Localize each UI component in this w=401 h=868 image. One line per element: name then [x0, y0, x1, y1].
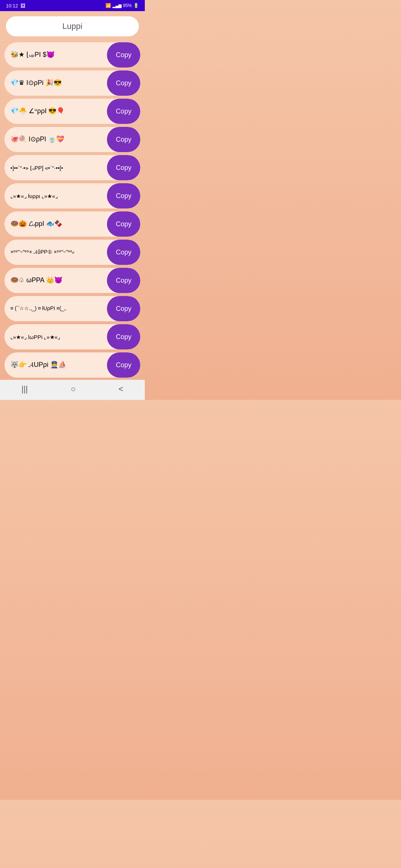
copy-button-10[interactable]: Copy: [107, 296, 140, 321]
name-text-3: 💎🐣 ∠ᵘρρI 😎🎈: [10, 103, 107, 119]
recent-apps-button[interactable]: |||: [22, 384, 28, 394]
list-item: ×ᵒᵒ"~"ᵒᵒ× 𝓐ůPP① ×ᵒᵒ"~"ᵒᵒ𝒸 Copy: [4, 240, 140, 265]
copy-button-3[interactable]: Copy: [107, 99, 140, 124]
list-item: 🍩♤ ωPPA 👑😈 Copy: [4, 268, 140, 293]
name-text-4: 🐙🍭 I⊙ρPI 🍵💝: [10, 131, 107, 148]
status-left: 10:12 🖼: [6, 3, 25, 9]
time-display: 10:12: [6, 3, 18, 9]
name-text-5: •]••´°·•» ⌊ᵤPP] «•´°·••[•: [10, 160, 107, 175]
back-icon: <: [118, 384, 123, 394]
copy-button-1[interactable]: Copy: [107, 42, 140, 68]
copy-button-12[interactable]: Copy: [107, 352, 140, 378]
back-button[interactable]: <: [118, 384, 123, 394]
name-text-9: 🍩♤ ωPPA 👑😈: [10, 272, 107, 289]
copy-button-9[interactable]: Copy: [107, 268, 140, 293]
copy-button-2[interactable]: Copy: [107, 70, 140, 96]
list-item: 🍩🎃 𝓛ᵤppI 🐟🍫 Copy: [4, 211, 140, 237]
copy-button-6[interactable]: Copy: [107, 183, 140, 208]
search-bar-container: Luppi: [0, 11, 145, 40]
list-item: 💎♛ I⊙ρPi 🎉😎 Copy: [4, 70, 140, 96]
list-item: ¤ (¯☆☆.,_) ¤ łUρPI ¤(_,. Copy: [4, 296, 140, 321]
name-list: 🐝★ ⌊ᵤₚPI $😈 Copy 💎♛ I⊙ρPi 🎉😎 Copy 💎🐣 ∠ᵘρ…: [0, 40, 145, 380]
name-text-8: ×ᵒᵒ"~"ᵒᵒ× 𝓐ůPP① ×ᵒᵒ"~"ᵒᵒ𝒸: [10, 245, 107, 260]
list-item: 💎🐣 ∠ᵘρρI 😎🎈 Copy: [4, 99, 140, 124]
list-item: 🐙🍭 I⊙ρPI 🍵💝 Copy: [4, 127, 140, 152]
name-text-12: 🐺👉 𝓐UPρi 👮⛵: [10, 356, 107, 373]
copy-button-5[interactable]: Copy: [107, 155, 140, 180]
list-item: ⌞»★«⌟ łυρρι ⌞»★«⌟ Copy: [4, 183, 140, 208]
name-text-10: ¤ (¯☆☆.,_) ¤ łUρPI ¤(_,.: [10, 301, 107, 316]
home-icon: ○: [71, 384, 76, 394]
name-text-11: ⌞»★«⌟ lωPPi ⌞»★«⌟: [10, 329, 107, 345]
wifi-icon: 📶: [105, 3, 111, 8]
status-right: 📶 ▂▄▆ 95% 🔋: [105, 3, 139, 8]
battery-icon: 🔋: [133, 3, 139, 8]
list-item: 🐺👉 𝓐UPρi 👮⛵ Copy: [4, 352, 140, 378]
name-text-6: ⌞»★«⌟ łυρρι ⌞»★«⌟: [10, 188, 107, 204]
search-bar[interactable]: Luppi: [6, 16, 139, 36]
copy-button-7[interactable]: Copy: [107, 211, 140, 237]
status-bar: 10:12 🖼 📶 ▂▄▆ 95% 🔋: [0, 0, 145, 11]
copy-button-11[interactable]: Copy: [107, 324, 140, 349]
signal-icon: ▂▄▆: [113, 3, 121, 8]
battery-label: 95%: [123, 3, 132, 8]
image-icon: 🖼: [20, 3, 25, 9]
name-text-1: 🐝★ ⌊ᵤₚPI $😈: [10, 46, 107, 63]
list-item: •]••´°·•» ⌊ᵤPP] «•´°·••[• Copy: [4, 155, 140, 180]
name-text-2: 💎♛ I⊙ρPi 🎉😎: [10, 75, 107, 91]
recent-apps-icon: |||: [22, 384, 28, 394]
name-text-7: 🍩🎃 𝓛ᵤppI 🐟🍫: [10, 216, 107, 232]
copy-button-8[interactable]: Copy: [107, 240, 140, 265]
bottom-nav: ||| ○ <: [0, 380, 145, 400]
list-item: ⌞»★«⌟ lωPPi ⌞»★«⌟ Copy: [4, 324, 140, 349]
home-button[interactable]: ○: [71, 384, 76, 394]
list-item: 🐝★ ⌊ᵤₚPI $😈 Copy: [4, 42, 140, 68]
search-title: Luppi: [62, 22, 82, 31]
copy-button-4[interactable]: Copy: [107, 127, 140, 152]
